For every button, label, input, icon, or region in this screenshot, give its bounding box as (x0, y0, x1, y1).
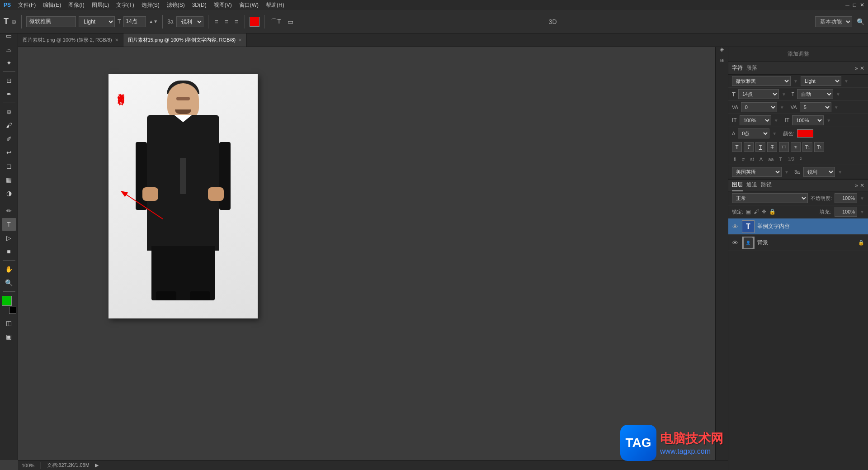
lock-transparent-icon[interactable]: ▣ (746, 209, 751, 215)
tool-eraser[interactable]: ◻ (2, 160, 16, 172)
ot-aa[interactable]: aa (766, 156, 775, 163)
tool-history-brush[interactable]: ↩ (2, 146, 16, 159)
layer-vis-eye-1[interactable]: 👁 (732, 223, 739, 230)
ot-A[interactable]: A (758, 156, 764, 163)
menu-image[interactable]: 图像(I) (68, 1, 84, 9)
text-options-icon[interactable]: ▭ (286, 17, 295, 26)
tool-zoom[interactable]: 🔍 (2, 276, 16, 289)
ot-half[interactable]: 1/2 (786, 156, 796, 163)
menu-help[interactable]: 帮助(H) (266, 1, 284, 9)
char-scale-v-select[interactable]: 100% (792, 115, 824, 125)
tool-mode[interactable]: ▣ (2, 330, 16, 343)
menu-file[interactable]: 文件(F) (18, 1, 36, 9)
align-right-icon[interactable]: ≡ (233, 17, 240, 26)
tool-gradient[interactable]: ▦ (2, 173, 16, 186)
align-left-icon[interactable]: ≡ (213, 17, 220, 26)
char-scale-h-select[interactable]: 100% (740, 115, 771, 125)
background-color[interactable] (9, 307, 16, 314)
ts-strikethrough[interactable]: T (767, 142, 777, 152)
font-name-input[interactable] (26, 16, 76, 27)
tool-lasso[interactable]: ⌓ (2, 43, 16, 56)
lock-all-icon[interactable]: 🔒 (769, 209, 776, 215)
layer-vis-eye-2[interactable]: 👁 (732, 239, 739, 247)
char-leading-select[interactable]: 自动 (797, 89, 833, 99)
maximize-btn[interactable]: □ (853, 2, 856, 8)
layers-expand[interactable]: » (855, 182, 858, 189)
char-panel-expand[interactable]: » (855, 65, 858, 71)
ot-sigma[interactable]: σ (740, 156, 747, 163)
minimize-btn[interactable]: ─ (845, 2, 849, 8)
font-style-select[interactable]: Light (79, 16, 115, 27)
tab-doc1-close[interactable]: ✕ (115, 38, 118, 43)
tab-doc1[interactable]: 图片素材1.png @ 100% (矩形 2, RGB/8) ✕ (18, 33, 123, 47)
tool-eyedropper[interactable]: ✒ (2, 88, 16, 100)
menu-view[interactable]: 视图(V) (214, 1, 232, 9)
toolbar-icon-move[interactable]: ⊕ (11, 18, 17, 25)
char-tab-char[interactable]: 字符 (732, 64, 743, 72)
tool-mask[interactable]: ◫ (2, 317, 16, 329)
layers-close[interactable]: ✕ (860, 182, 864, 189)
text-color-swatch[interactable] (250, 17, 259, 27)
opacity-input[interactable] (835, 193, 857, 203)
menu-select[interactable]: 选择(S) (142, 1, 160, 9)
warp-text-icon[interactable]: ⌒T (269, 17, 283, 27)
char-font-select[interactable]: 微软雅黑 (732, 76, 791, 86)
menu-type[interactable]: 文字(T) (116, 1, 134, 9)
font-size-input[interactable] (123, 16, 146, 27)
app-icon[interactable]: PS (4, 2, 11, 8)
close-btn[interactable]: ✕ (860, 2, 864, 8)
ot-st[interactable]: st (748, 156, 756, 163)
tool-pen[interactable]: ✏ (2, 204, 16, 217)
char-color-swatch[interactable] (797, 129, 813, 138)
menu-edit[interactable]: 编辑(E) (43, 1, 61, 9)
fill-input[interactable] (835, 207, 857, 217)
ts-italic[interactable]: T (744, 142, 754, 152)
char-style-select[interactable]: Light (801, 76, 841, 86)
ts-smallcaps[interactable]: Tt (791, 142, 801, 152)
lock-position-icon[interactable]: ✥ (762, 209, 766, 215)
tab-layers[interactable]: 图层 (732, 179, 743, 191)
char-baseline-select[interactable]: 0点 (738, 128, 769, 138)
ot-fi[interactable]: fi (732, 156, 738, 163)
tool-stamp[interactable]: ✐ (2, 133, 16, 145)
ot-sq[interactable]: ² (798, 156, 803, 163)
char-lang-select[interactable]: 美国英语 (732, 167, 782, 177)
layer-text-item[interactable]: 👁 T 举例文字内容 (728, 218, 868, 235)
tab-doc2-close[interactable]: ✕ (238, 38, 242, 43)
ts-subscript[interactable]: T1 (814, 142, 824, 152)
menu-layer[interactable]: 图层(L) (92, 1, 109, 9)
char-panel-close[interactable]: ✕ (860, 65, 864, 71)
menu-3d[interactable]: 3D(D) (192, 2, 207, 8)
lock-paint-icon[interactable]: 🖌 (754, 209, 759, 215)
char-tab-para[interactable]: 段落 (746, 64, 757, 72)
tool-shape[interactable]: ■ (2, 245, 16, 258)
foreground-color[interactable] (2, 296, 12, 306)
blend-mode-select[interactable]: 正常 (732, 193, 808, 203)
menu-window[interactable]: 窗口(W) (239, 1, 259, 9)
ri-icon-5[interactable]: ≋ (719, 55, 725, 65)
layer-bg-item[interactable]: 👁 👤 背景 🔒 (728, 235, 868, 251)
tool-brush[interactable]: 🖌 (2, 119, 16, 132)
tab-channels[interactable]: 通道 (746, 179, 757, 191)
tool-hand[interactable]: ✋ (2, 263, 16, 275)
ts-underline[interactable]: T (755, 142, 765, 152)
ts-allcaps[interactable]: TT (779, 142, 789, 152)
tool-burn[interactable]: ◑ (2, 187, 16, 199)
ts-bold[interactable]: T (732, 142, 742, 152)
align-center-icon[interactable]: ≡ (223, 17, 230, 26)
menu-filter[interactable]: 滤镜(S) (167, 1, 185, 9)
document-canvas[interactable]: 举例文字内容 𝐈 (108, 74, 258, 318)
ts-superscript[interactable]: T1 (802, 142, 812, 152)
tool-crop[interactable]: ⊡ (2, 74, 16, 87)
tool-spot-heal[interactable]: ⊕ (2, 105, 16, 118)
status-arrow[interactable]: ▶ (95, 462, 99, 468)
tab-paths[interactable]: 路径 (761, 179, 772, 191)
antialiasing-select[interactable]: 锐利 (176, 16, 203, 27)
text-tool-icon[interactable]: T (4, 17, 9, 26)
workspace-select[interactable]: 基本功能 (815, 16, 852, 27)
tool-text[interactable]: T (2, 218, 16, 231)
char-tracking-select[interactable]: 5 (800, 102, 831, 112)
tool-path-select[interactable]: ▷ (2, 232, 16, 244)
ot-T[interactable]: T (777, 156, 784, 163)
char-aa-select[interactable]: 锐利 (803, 167, 835, 177)
